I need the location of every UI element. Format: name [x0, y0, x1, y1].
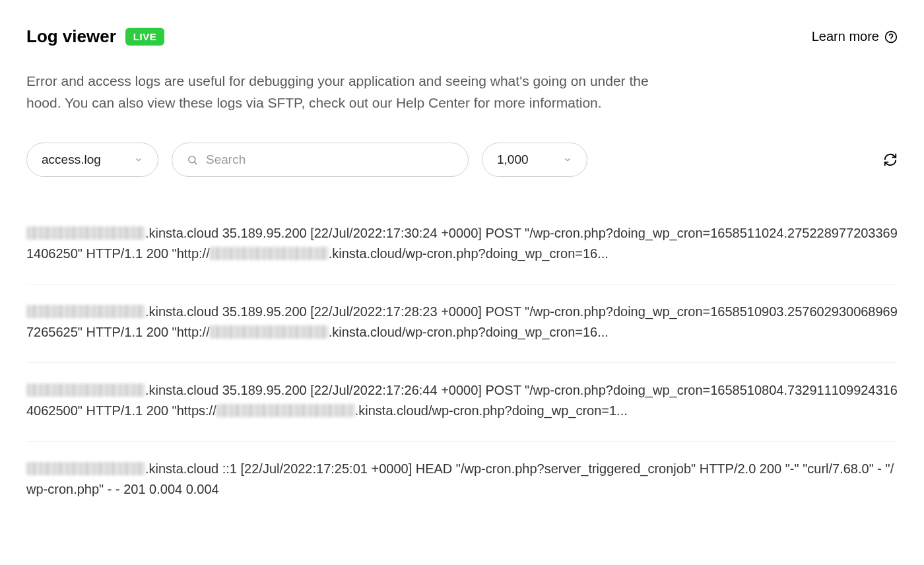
log-text: .kinsta.cloud/wp-cron.php?doing_wp_cron=… [329, 246, 609, 261]
learn-more-link[interactable]: Learn more [812, 29, 898, 44]
line-count-value: 1,000 [497, 152, 529, 167]
redacted-hostname [26, 305, 145, 318]
redacted-hostname [216, 404, 355, 417]
redacted-hostname [210, 247, 329, 260]
log-entry: .kinsta.cloud ::1 [22/Jul/2022:17:25:01 … [26, 442, 898, 519]
log-type-select[interactable]: access.log [26, 143, 158, 177]
line-count-select[interactable]: 1,000 [482, 143, 587, 177]
log-entry: .kinsta.cloud 35.189.95.200 [22/Jul/2022… [26, 284, 898, 363]
svg-line-3 [195, 162, 197, 164]
controls-row: access.log 1,000 [26, 143, 898, 177]
help-circle-icon [884, 30, 898, 44]
refresh-icon [883, 152, 898, 167]
log-type-value: access.log [42, 152, 101, 167]
log-text: .kinsta.cloud ::1 [22/Jul/2022:17:25:01 … [26, 461, 894, 496]
redacted-hostname [26, 462, 145, 475]
log-text: .kinsta.cloud/wp-cron.php?doing_wp_cron=… [329, 325, 609, 339]
chevron-down-icon [563, 155, 572, 164]
refresh-button[interactable] [883, 152, 898, 167]
chevron-down-icon [134, 155, 143, 164]
svg-point-1 [891, 40, 892, 40]
svg-point-0 [886, 31, 897, 42]
header-row: Log viewer LIVE Learn more [26, 26, 898, 47]
log-entry: .kinsta.cloud 35.189.95.200 [22/Jul/2022… [26, 363, 898, 442]
search-input[interactable] [206, 152, 453, 167]
redacted-hostname [210, 325, 329, 339]
search-icon [187, 154, 198, 166]
page-description: Error and access logs are useful for deb… [26, 71, 653, 114]
live-badge: LIVE [125, 28, 164, 46]
log-entry: .kinsta.cloud 35.189.95.200 [22/Jul/2022… [26, 206, 898, 284]
redacted-hostname [26, 226, 145, 240]
log-text: .kinsta.cloud/wp-cron.php?doing_wp_cron=… [355, 403, 628, 418]
log-list: .kinsta.cloud 35.189.95.200 [22/Jul/2022… [26, 206, 898, 519]
header-left: Log viewer LIVE [26, 26, 164, 47]
redacted-hostname [26, 383, 145, 397]
search-field-wrap [172, 143, 469, 177]
svg-point-2 [189, 156, 195, 162]
learn-more-label: Learn more [812, 29, 879, 44]
page-title: Log viewer [26, 26, 116, 47]
